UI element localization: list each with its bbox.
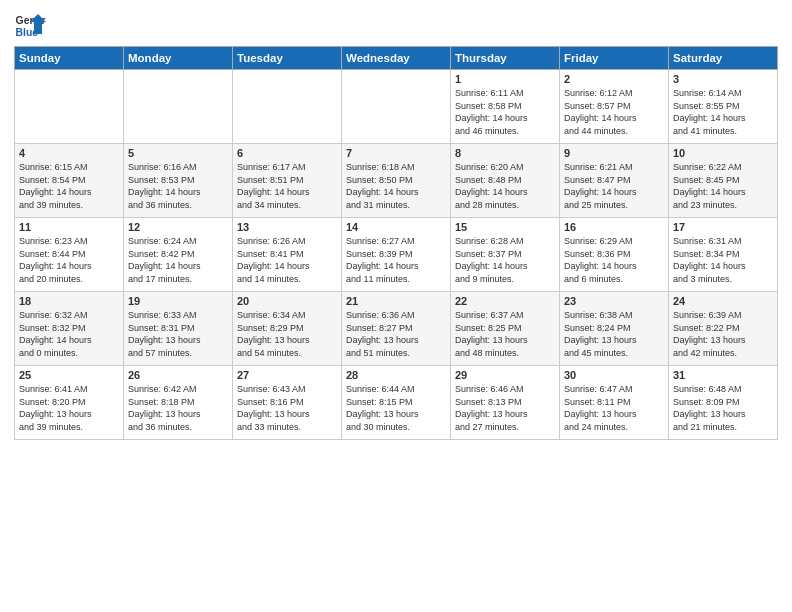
calendar-table: SundayMondayTuesdayWednesdayThursdayFrid… [14, 46, 778, 440]
day-cell: 25Sunrise: 6:41 AM Sunset: 8:20 PM Dayli… [15, 366, 124, 440]
day-cell: 21Sunrise: 6:36 AM Sunset: 8:27 PM Dayli… [342, 292, 451, 366]
day-info: Sunrise: 6:29 AM Sunset: 8:36 PM Dayligh… [564, 235, 664, 285]
day-info: Sunrise: 6:15 AM Sunset: 8:54 PM Dayligh… [19, 161, 119, 211]
day-number: 17 [673, 221, 773, 233]
day-cell: 20Sunrise: 6:34 AM Sunset: 8:29 PM Dayli… [233, 292, 342, 366]
day-number: 4 [19, 147, 119, 159]
day-header-thursday: Thursday [451, 47, 560, 70]
day-number: 15 [455, 221, 555, 233]
day-cell: 13Sunrise: 6:26 AM Sunset: 8:41 PM Dayli… [233, 218, 342, 292]
day-cell: 19Sunrise: 6:33 AM Sunset: 8:31 PM Dayli… [124, 292, 233, 366]
day-number: 16 [564, 221, 664, 233]
day-info: Sunrise: 6:17 AM Sunset: 8:51 PM Dayligh… [237, 161, 337, 211]
day-info: Sunrise: 6:36 AM Sunset: 8:27 PM Dayligh… [346, 309, 446, 359]
day-number: 22 [455, 295, 555, 307]
day-header-tuesday: Tuesday [233, 47, 342, 70]
logo: General Blue [14, 10, 48, 42]
day-number: 14 [346, 221, 446, 233]
day-number: 24 [673, 295, 773, 307]
day-number: 8 [455, 147, 555, 159]
day-cell: 5Sunrise: 6:16 AM Sunset: 8:53 PM Daylig… [124, 144, 233, 218]
day-info: Sunrise: 6:16 AM Sunset: 8:53 PM Dayligh… [128, 161, 228, 211]
header: General Blue [14, 10, 778, 42]
day-info: Sunrise: 6:44 AM Sunset: 8:15 PM Dayligh… [346, 383, 446, 433]
week-row-5: 25Sunrise: 6:41 AM Sunset: 8:20 PM Dayli… [15, 366, 778, 440]
day-info: Sunrise: 6:39 AM Sunset: 8:22 PM Dayligh… [673, 309, 773, 359]
day-cell: 11Sunrise: 6:23 AM Sunset: 8:44 PM Dayli… [15, 218, 124, 292]
day-cell: 7Sunrise: 6:18 AM Sunset: 8:50 PM Daylig… [342, 144, 451, 218]
day-info: Sunrise: 6:43 AM Sunset: 8:16 PM Dayligh… [237, 383, 337, 433]
day-number: 23 [564, 295, 664, 307]
header-row: SundayMondayTuesdayWednesdayThursdayFrid… [15, 47, 778, 70]
day-number: 11 [19, 221, 119, 233]
day-info: Sunrise: 6:14 AM Sunset: 8:55 PM Dayligh… [673, 87, 773, 137]
day-cell [342, 70, 451, 144]
day-number: 18 [19, 295, 119, 307]
day-cell: 22Sunrise: 6:37 AM Sunset: 8:25 PM Dayli… [451, 292, 560, 366]
day-info: Sunrise: 6:31 AM Sunset: 8:34 PM Dayligh… [673, 235, 773, 285]
day-info: Sunrise: 6:41 AM Sunset: 8:20 PM Dayligh… [19, 383, 119, 433]
day-info: Sunrise: 6:28 AM Sunset: 8:37 PM Dayligh… [455, 235, 555, 285]
day-cell [15, 70, 124, 144]
day-number: 9 [564, 147, 664, 159]
day-number: 30 [564, 369, 664, 381]
day-cell: 24Sunrise: 6:39 AM Sunset: 8:22 PM Dayli… [669, 292, 778, 366]
day-cell: 28Sunrise: 6:44 AM Sunset: 8:15 PM Dayli… [342, 366, 451, 440]
day-header-wednesday: Wednesday [342, 47, 451, 70]
main-container: General Blue SundayMondayTuesdayWednesda… [0, 0, 792, 448]
week-row-2: 4Sunrise: 6:15 AM Sunset: 8:54 PM Daylig… [15, 144, 778, 218]
day-cell: 17Sunrise: 6:31 AM Sunset: 8:34 PM Dayli… [669, 218, 778, 292]
day-header-saturday: Saturday [669, 47, 778, 70]
day-info: Sunrise: 6:23 AM Sunset: 8:44 PM Dayligh… [19, 235, 119, 285]
day-cell: 12Sunrise: 6:24 AM Sunset: 8:42 PM Dayli… [124, 218, 233, 292]
day-info: Sunrise: 6:48 AM Sunset: 8:09 PM Dayligh… [673, 383, 773, 433]
day-number: 13 [237, 221, 337, 233]
day-number: 25 [19, 369, 119, 381]
day-cell: 31Sunrise: 6:48 AM Sunset: 8:09 PM Dayli… [669, 366, 778, 440]
day-cell: 6Sunrise: 6:17 AM Sunset: 8:51 PM Daylig… [233, 144, 342, 218]
day-info: Sunrise: 6:18 AM Sunset: 8:50 PM Dayligh… [346, 161, 446, 211]
day-number: 31 [673, 369, 773, 381]
day-cell: 27Sunrise: 6:43 AM Sunset: 8:16 PM Dayli… [233, 366, 342, 440]
day-info: Sunrise: 6:32 AM Sunset: 8:32 PM Dayligh… [19, 309, 119, 359]
day-cell: 18Sunrise: 6:32 AM Sunset: 8:32 PM Dayli… [15, 292, 124, 366]
day-number: 2 [564, 73, 664, 85]
day-number: 29 [455, 369, 555, 381]
day-info: Sunrise: 6:21 AM Sunset: 8:47 PM Dayligh… [564, 161, 664, 211]
day-info: Sunrise: 6:34 AM Sunset: 8:29 PM Dayligh… [237, 309, 337, 359]
day-number: 10 [673, 147, 773, 159]
day-info: Sunrise: 6:37 AM Sunset: 8:25 PM Dayligh… [455, 309, 555, 359]
day-cell: 26Sunrise: 6:42 AM Sunset: 8:18 PM Dayli… [124, 366, 233, 440]
day-number: 20 [237, 295, 337, 307]
day-cell: 15Sunrise: 6:28 AM Sunset: 8:37 PM Dayli… [451, 218, 560, 292]
logo-icon: General Blue [14, 10, 46, 42]
day-cell [124, 70, 233, 144]
day-info: Sunrise: 6:11 AM Sunset: 8:58 PM Dayligh… [455, 87, 555, 137]
week-row-4: 18Sunrise: 6:32 AM Sunset: 8:32 PM Dayli… [15, 292, 778, 366]
day-cell: 1Sunrise: 6:11 AM Sunset: 8:58 PM Daylig… [451, 70, 560, 144]
day-number: 26 [128, 369, 228, 381]
day-info: Sunrise: 6:26 AM Sunset: 8:41 PM Dayligh… [237, 235, 337, 285]
day-cell: 3Sunrise: 6:14 AM Sunset: 8:55 PM Daylig… [669, 70, 778, 144]
day-info: Sunrise: 6:46 AM Sunset: 8:13 PM Dayligh… [455, 383, 555, 433]
day-header-sunday: Sunday [15, 47, 124, 70]
day-cell [233, 70, 342, 144]
day-cell: 4Sunrise: 6:15 AM Sunset: 8:54 PM Daylig… [15, 144, 124, 218]
day-number: 27 [237, 369, 337, 381]
day-header-monday: Monday [124, 47, 233, 70]
week-row-1: 1Sunrise: 6:11 AM Sunset: 8:58 PM Daylig… [15, 70, 778, 144]
day-info: Sunrise: 6:24 AM Sunset: 8:42 PM Dayligh… [128, 235, 228, 285]
day-cell: 23Sunrise: 6:38 AM Sunset: 8:24 PM Dayli… [560, 292, 669, 366]
day-cell: 30Sunrise: 6:47 AM Sunset: 8:11 PM Dayli… [560, 366, 669, 440]
week-row-3: 11Sunrise: 6:23 AM Sunset: 8:44 PM Dayli… [15, 218, 778, 292]
day-cell: 14Sunrise: 6:27 AM Sunset: 8:39 PM Dayli… [342, 218, 451, 292]
day-info: Sunrise: 6:22 AM Sunset: 8:45 PM Dayligh… [673, 161, 773, 211]
day-number: 12 [128, 221, 228, 233]
day-number: 21 [346, 295, 446, 307]
day-number: 28 [346, 369, 446, 381]
day-info: Sunrise: 6:33 AM Sunset: 8:31 PM Dayligh… [128, 309, 228, 359]
day-info: Sunrise: 6:38 AM Sunset: 8:24 PM Dayligh… [564, 309, 664, 359]
day-cell: 8Sunrise: 6:20 AM Sunset: 8:48 PM Daylig… [451, 144, 560, 218]
day-cell: 2Sunrise: 6:12 AM Sunset: 8:57 PM Daylig… [560, 70, 669, 144]
day-cell: 9Sunrise: 6:21 AM Sunset: 8:47 PM Daylig… [560, 144, 669, 218]
